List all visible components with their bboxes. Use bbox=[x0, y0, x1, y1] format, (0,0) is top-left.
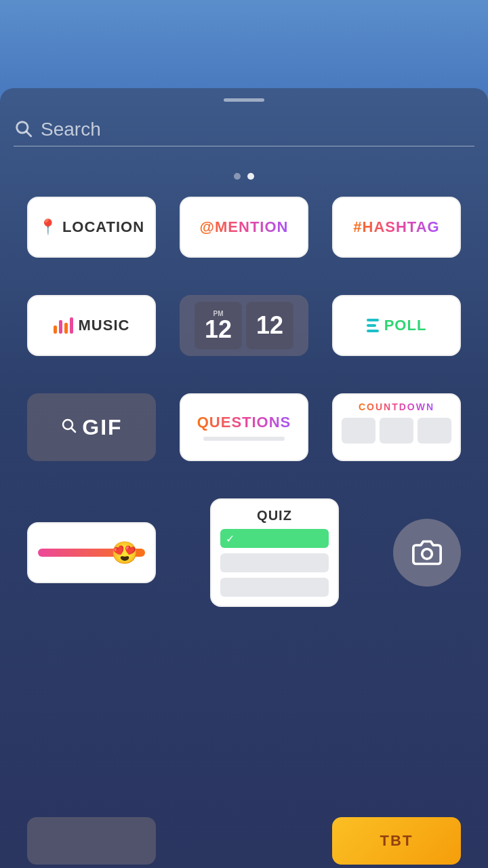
sticker-quiz[interactable]: QUIZ ✓ bbox=[210, 498, 339, 607]
poll-lines-icon bbox=[367, 319, 379, 332]
bottom-sticker-right-label: TBT bbox=[380, 832, 413, 850]
emoji-slider-emoji: 😍 bbox=[111, 540, 138, 566]
music-bar-4 bbox=[70, 317, 73, 334]
countdown-box-3 bbox=[418, 418, 451, 443]
time-minute: 12 bbox=[256, 313, 283, 338]
sticker-questions[interactable]: QUESTIONS bbox=[180, 393, 308, 461]
dot-2 bbox=[247, 173, 254, 180]
gif-search-icon bbox=[60, 417, 77, 437]
pagination-dots bbox=[234, 173, 254, 180]
sticker-emoji-slider[interactable]: 😍 bbox=[27, 522, 156, 583]
quiz-option-correct: ✓ bbox=[220, 529, 329, 548]
sticker-row-3: GIF QUESTIONS COUNTDOWN bbox=[27, 393, 461, 461]
emoji-slider-track: 😍 bbox=[38, 549, 145, 557]
music-label: MUSIC bbox=[79, 317, 130, 334]
bottom-sticker-right[interactable]: TBT bbox=[332, 817, 461, 865]
search-bar bbox=[14, 119, 474, 146]
sticker-hashtag[interactable]: #HASHTAG bbox=[332, 197, 461, 258]
search-icon bbox=[14, 119, 33, 140]
poll-line-3 bbox=[367, 330, 379, 332]
sticker-countdown[interactable]: COUNTDOWN bbox=[332, 393, 461, 461]
time-block-2: 12 bbox=[246, 302, 293, 349]
countdown-box-2 bbox=[380, 418, 413, 443]
top-background bbox=[0, 0, 488, 88]
questions-label: QUESTIONS bbox=[197, 414, 291, 431]
poll-line-1 bbox=[367, 319, 379, 321]
svg-line-1 bbox=[26, 132, 30, 136]
music-bar-3 bbox=[64, 323, 68, 334]
sticker-mention[interactable]: @MENTION bbox=[180, 197, 308, 258]
music-bar-1 bbox=[54, 326, 57, 334]
sticker-poll[interactable]: POLL bbox=[332, 295, 461, 356]
drag-handle[interactable] bbox=[224, 98, 264, 102]
bottom-sticker-left[interactable] bbox=[27, 817, 156, 865]
music-bar-2 bbox=[59, 320, 62, 334]
quiz-label: QUIZ bbox=[257, 508, 292, 524]
search-input[interactable] bbox=[41, 119, 474, 140]
svg-point-4 bbox=[422, 549, 432, 559]
camera-button[interactable] bbox=[393, 519, 461, 587]
bottom-partial-row: TBT bbox=[0, 814, 488, 868]
time-block-1: PM 12 bbox=[195, 302, 242, 349]
quiz-option-2 bbox=[220, 553, 329, 572]
sticker-sheet: 📍 LOCATION @MENTION #HASHTAG bbox=[0, 88, 488, 868]
gif-label: GIF bbox=[82, 415, 122, 440]
camera-icon bbox=[412, 538, 442, 568]
location-label: LOCATION bbox=[62, 218, 144, 236]
quiz-check-icon: ✓ bbox=[226, 532, 235, 545]
countdown-box-1 bbox=[342, 418, 375, 443]
sticker-gif[interactable]: GIF bbox=[27, 393, 156, 461]
time-hour: 12 bbox=[205, 317, 232, 342]
poll-label: POLL bbox=[384, 317, 427, 334]
sticker-row-2: MUSIC PM 12 12 POLL bbox=[27, 295, 461, 356]
stickers-grid: 📍 LOCATION @MENTION #HASHTAG bbox=[27, 197, 461, 607]
dot-1 bbox=[234, 173, 241, 180]
countdown-label: COUNTDOWN bbox=[359, 401, 434, 412]
poll-line-2 bbox=[367, 324, 376, 327]
svg-line-3 bbox=[72, 429, 76, 433]
mention-label: @MENTION bbox=[200, 218, 289, 236]
questions-bar bbox=[203, 437, 285, 441]
sticker-time[interactable]: PM 12 12 bbox=[180, 295, 308, 356]
sticker-music[interactable]: MUSIC bbox=[27, 295, 156, 356]
sticker-location[interactable]: 📍 LOCATION bbox=[27, 197, 156, 258]
quiz-option-3 bbox=[220, 578, 329, 597]
music-bars-icon bbox=[54, 317, 73, 334]
sticker-row-4: 😍 QUIZ ✓ bbox=[27, 498, 461, 607]
countdown-boxes bbox=[342, 418, 451, 443]
sticker-row-1: 📍 LOCATION @MENTION #HASHTAG bbox=[27, 197, 461, 258]
hashtag-label: #HASHTAG bbox=[353, 218, 439, 236]
location-pin-icon: 📍 bbox=[39, 218, 57, 236]
emoji-slider-container: 😍 bbox=[38, 549, 145, 557]
